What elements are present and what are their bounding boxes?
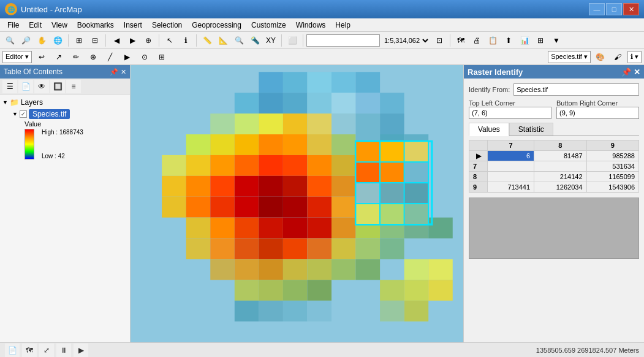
select-button[interactable]: ⊞ (72, 34, 86, 47)
toc-options-button[interactable]: ≡ (66, 80, 81, 93)
restore-button[interactable]: □ (606, 3, 622, 15)
edit-select-button[interactable]: ↖ (162, 34, 177, 47)
layer-dropdown[interactable]: Species.tif ▾ (548, 51, 591, 63)
svg-rect-25 (283, 134, 308, 155)
scalebar-button[interactable]: 📊 (517, 34, 532, 47)
bottom-right-input[interactable] (556, 107, 639, 119)
editor-toolbar: Editor ▾ ↩ ↗ ✏ ⊕ ╱ ▶ ⊙ ⊞ Species.tif ▾ 🎨… (0, 49, 644, 65)
menu-insert[interactable]: Insert (119, 20, 147, 31)
raster-pin-button[interactable]: 📌 (621, 67, 631, 77)
toc-sel-button[interactable]: 🔲 (50, 80, 65, 93)
row9-col7[interactable]: 713441 (488, 182, 534, 193)
pause-button[interactable]: ⏸ (56, 344, 71, 357)
toc-vis-button[interactable]: 👁 (34, 80, 49, 93)
symbol-button[interactable]: 🎨 (593, 50, 608, 64)
preview-button[interactable]: 🗺 (453, 34, 468, 47)
row9-col8[interactable]: 1262034 (534, 182, 586, 193)
row8-col8[interactable]: 214142 (534, 172, 586, 182)
data-view-button[interactable]: 🗺 (22, 344, 37, 357)
row8-col9[interactable]: 1165099 (586, 172, 638, 182)
toc-close-button[interactable]: ✕ (121, 68, 126, 76)
go-button[interactable]: 🔦 (248, 34, 262, 47)
legend2-button[interactable]: 📋 (485, 34, 500, 47)
menu-edit[interactable]: Edit (24, 20, 47, 31)
forward-button[interactable]: ▶ (125, 34, 140, 47)
xy-button[interactable]: XY (263, 34, 278, 47)
find-button[interactable]: 🔍 (232, 34, 246, 47)
back-button[interactable]: ◀ (109, 34, 124, 47)
nav-button[interactable]: ⊕ (141, 34, 156, 47)
row6-col9[interactable]: 985288 (586, 151, 638, 161)
map-area[interactable] (131, 65, 463, 342)
identify-from-input[interactable] (513, 83, 639, 96)
identify-button[interactable]: ℹ (178, 34, 193, 47)
toc-source-button[interactable]: 📄 (18, 80, 33, 93)
toc-pin-button[interactable]: 📌 (110, 68, 118, 76)
row9-col9[interactable]: 1543906 (586, 182, 638, 193)
zoom-out-button[interactable]: 🔎 (18, 34, 33, 47)
species-layer-name[interactable]: Species.tif (29, 109, 70, 119)
menu-help[interactable]: Help (330, 20, 355, 31)
row6-col7[interactable]: 6 (488, 151, 534, 161)
menu-customize[interactable]: Customize (246, 20, 291, 31)
zoom-fit-button[interactable]: ⤢ (39, 344, 54, 357)
species-expand-icon[interactable]: ▼ (12, 111, 18, 117)
menu-file[interactable]: File (2, 20, 24, 31)
zoom-in-button[interactable]: 🔍 (2, 34, 17, 47)
separator3 (159, 34, 159, 47)
more-button[interactable]: ▼ (549, 34, 564, 47)
cursor-button[interactable]: ↗ (51, 50, 66, 64)
row7-col8[interactable] (534, 161, 586, 172)
minimize-button[interactable]: — (589, 3, 605, 15)
html-popup-button[interactable]: ⬜ (285, 34, 300, 47)
menu-view[interactable]: View (47, 20, 72, 31)
pan-button[interactable]: ✋ (34, 34, 49, 47)
full-extent-button[interactable]: ⊡ (432, 34, 447, 47)
globe-button[interactable]: 🌐 (50, 34, 65, 47)
topology-button[interactable]: ⊞ (154, 50, 169, 64)
info-dropdown[interactable]: ℹ ▾ (627, 51, 642, 63)
snapping-button[interactable]: ⊙ (137, 50, 152, 64)
raster-identify-panel: Raster Identify 📌 ✕ Identify From: Top L… (463, 65, 644, 342)
row8-col7[interactable] (488, 172, 534, 182)
row7-col7[interactable] (488, 161, 534, 172)
sketch-button[interactable]: ↩ (34, 50, 49, 64)
tab-values[interactable]: Values (469, 123, 509, 136)
menu-windows[interactable]: Windows (291, 20, 331, 31)
svg-rect-91 (259, 280, 283, 301)
pencil-button[interactable]: ✏ (69, 50, 83, 64)
close-button[interactable]: ✕ (623, 3, 639, 15)
menu-selection[interactable]: Selection (147, 20, 187, 31)
menu-bookmarks[interactable]: Bookmarks (72, 20, 119, 31)
scale-dropdown[interactable]: 1:5,314,062 (381, 34, 431, 47)
measure-button[interactable]: 📏 (200, 34, 214, 47)
printer-button[interactable]: 🖨 (469, 34, 484, 47)
segment-button[interactable]: ╱ (103, 50, 118, 64)
table-header-empty (469, 140, 488, 151)
svg-rect-56 (259, 197, 283, 218)
layout-view-button[interactable]: 📄 (5, 344, 20, 357)
measure2-button[interactable]: 📐 (216, 34, 230, 47)
layers-expand-icon[interactable]: ▼ (2, 99, 8, 106)
row7-col9[interactable]: 531634 (586, 161, 638, 172)
more2-button[interactable]: ▶ (120, 50, 135, 64)
legend-labels: High : 1688743 Low : 42 (42, 129, 83, 159)
map-nav-buttons: 📄 🗺 ⤢ ⏸ ▶ (5, 344, 536, 357)
top-left-input[interactable] (469, 107, 551, 119)
scale-input[interactable]: 1:5,314,062 (306, 34, 380, 47)
tab-statistic[interactable]: Statistic (509, 123, 553, 136)
style-button[interactable]: 🖌 (610, 50, 625, 64)
editor-dropdown[interactable]: Editor ▾ (2, 51, 32, 63)
row6-col8[interactable]: 81487 (534, 151, 586, 161)
grid-button[interactable]: ⊞ (533, 34, 548, 47)
menu-geoprocessing[interactable]: Geoprocessing (187, 20, 246, 31)
select2-button[interactable]: ⊟ (88, 34, 102, 47)
table-header-col8: 8 (534, 140, 586, 151)
play-button[interactable]: ▶ (74, 344, 88, 357)
toc-list-button[interactable]: ☰ (2, 80, 17, 93)
vertex-button[interactable]: ⊕ (86, 50, 100, 64)
north-button[interactable]: ⬆ (501, 34, 516, 47)
raster-close-button[interactable]: ✕ (634, 67, 640, 77)
svg-rect-76 (235, 239, 259, 259)
species-visibility-checkbox[interactable] (20, 110, 27, 118)
